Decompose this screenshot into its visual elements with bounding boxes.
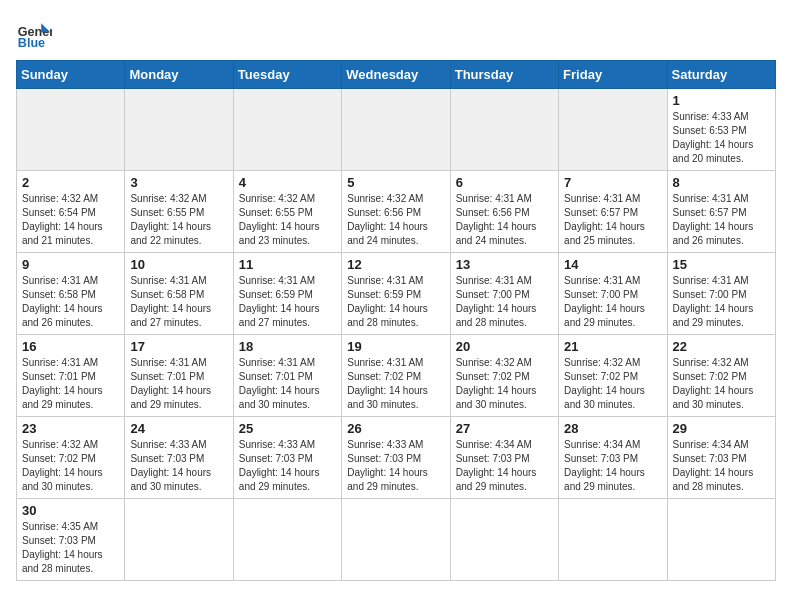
calendar-day-cell: 9Sunrise: 4:31 AM Sunset: 6:58 PM Daylig… — [17, 253, 125, 335]
day-info: Sunrise: 4:31 AM Sunset: 7:01 PM Dayligh… — [239, 356, 336, 412]
day-number: 3 — [130, 175, 227, 190]
calendar-week-row: 23Sunrise: 4:32 AM Sunset: 7:02 PM Dayli… — [17, 417, 776, 499]
calendar-day-cell — [125, 499, 233, 581]
day-number: 10 — [130, 257, 227, 272]
day-info: Sunrise: 4:33 AM Sunset: 7:03 PM Dayligh… — [239, 438, 336, 494]
calendar-day-cell: 27Sunrise: 4:34 AM Sunset: 7:03 PM Dayli… — [450, 417, 558, 499]
calendar-day-cell — [559, 89, 667, 171]
calendar-day-cell: 19Sunrise: 4:31 AM Sunset: 7:02 PM Dayli… — [342, 335, 450, 417]
day-info: Sunrise: 4:32 AM Sunset: 7:02 PM Dayligh… — [564, 356, 661, 412]
weekday-header-saturday: Saturday — [667, 61, 775, 89]
svg-text:Blue: Blue — [18, 36, 45, 50]
calendar-day-cell — [17, 89, 125, 171]
day-info: Sunrise: 4:32 AM Sunset: 7:02 PM Dayligh… — [456, 356, 553, 412]
day-number: 19 — [347, 339, 444, 354]
calendar-day-cell: 6Sunrise: 4:31 AM Sunset: 6:56 PM Daylig… — [450, 171, 558, 253]
day-info: Sunrise: 4:32 AM Sunset: 7:02 PM Dayligh… — [673, 356, 770, 412]
calendar-day-cell — [342, 499, 450, 581]
day-info: Sunrise: 4:35 AM Sunset: 7:03 PM Dayligh… — [22, 520, 119, 576]
day-number: 24 — [130, 421, 227, 436]
calendar-day-cell — [667, 499, 775, 581]
day-number: 23 — [22, 421, 119, 436]
day-number: 9 — [22, 257, 119, 272]
calendar-day-cell — [125, 89, 233, 171]
day-info: Sunrise: 4:32 AM Sunset: 6:54 PM Dayligh… — [22, 192, 119, 248]
calendar-day-cell: 17Sunrise: 4:31 AM Sunset: 7:01 PM Dayli… — [125, 335, 233, 417]
calendar-day-cell: 2Sunrise: 4:32 AM Sunset: 6:54 PM Daylig… — [17, 171, 125, 253]
calendar-day-cell: 7Sunrise: 4:31 AM Sunset: 6:57 PM Daylig… — [559, 171, 667, 253]
day-number: 22 — [673, 339, 770, 354]
day-number: 28 — [564, 421, 661, 436]
calendar-day-cell: 18Sunrise: 4:31 AM Sunset: 7:01 PM Dayli… — [233, 335, 341, 417]
logo: General Blue — [16, 16, 52, 52]
weekday-header-sunday: Sunday — [17, 61, 125, 89]
calendar-day-cell: 12Sunrise: 4:31 AM Sunset: 6:59 PM Dayli… — [342, 253, 450, 335]
calendar-week-row: 1Sunrise: 4:33 AM Sunset: 6:53 PM Daylig… — [17, 89, 776, 171]
day-number: 18 — [239, 339, 336, 354]
day-info: Sunrise: 4:31 AM Sunset: 6:59 PM Dayligh… — [239, 274, 336, 330]
calendar-day-cell: 11Sunrise: 4:31 AM Sunset: 6:59 PM Dayli… — [233, 253, 341, 335]
day-number: 6 — [456, 175, 553, 190]
day-number: 13 — [456, 257, 553, 272]
calendar-day-cell: 28Sunrise: 4:34 AM Sunset: 7:03 PM Dayli… — [559, 417, 667, 499]
day-info: Sunrise: 4:33 AM Sunset: 6:53 PM Dayligh… — [673, 110, 770, 166]
day-number: 14 — [564, 257, 661, 272]
calendar-day-cell — [342, 89, 450, 171]
calendar-day-cell — [450, 499, 558, 581]
day-number: 4 — [239, 175, 336, 190]
calendar-day-cell: 22Sunrise: 4:32 AM Sunset: 7:02 PM Dayli… — [667, 335, 775, 417]
calendar-week-row: 16Sunrise: 4:31 AM Sunset: 7:01 PM Dayli… — [17, 335, 776, 417]
day-number: 8 — [673, 175, 770, 190]
day-number: 21 — [564, 339, 661, 354]
day-number: 29 — [673, 421, 770, 436]
calendar-week-row: 9Sunrise: 4:31 AM Sunset: 6:58 PM Daylig… — [17, 253, 776, 335]
calendar-day-cell: 3Sunrise: 4:32 AM Sunset: 6:55 PM Daylig… — [125, 171, 233, 253]
day-number: 7 — [564, 175, 661, 190]
day-info: Sunrise: 4:33 AM Sunset: 7:03 PM Dayligh… — [347, 438, 444, 494]
day-info: Sunrise: 4:34 AM Sunset: 7:03 PM Dayligh… — [673, 438, 770, 494]
day-number: 2 — [22, 175, 119, 190]
day-number: 27 — [456, 421, 553, 436]
day-number: 11 — [239, 257, 336, 272]
calendar-day-cell: 25Sunrise: 4:33 AM Sunset: 7:03 PM Dayli… — [233, 417, 341, 499]
day-info: Sunrise: 4:32 AM Sunset: 6:56 PM Dayligh… — [347, 192, 444, 248]
day-info: Sunrise: 4:33 AM Sunset: 7:03 PM Dayligh… — [130, 438, 227, 494]
day-info: Sunrise: 4:32 AM Sunset: 7:02 PM Dayligh… — [22, 438, 119, 494]
day-info: Sunrise: 4:31 AM Sunset: 6:58 PM Dayligh… — [130, 274, 227, 330]
day-number: 20 — [456, 339, 553, 354]
calendar-week-row: 2Sunrise: 4:32 AM Sunset: 6:54 PM Daylig… — [17, 171, 776, 253]
weekday-header-friday: Friday — [559, 61, 667, 89]
calendar-day-cell — [233, 89, 341, 171]
calendar-table: SundayMondayTuesdayWednesdayThursdayFrid… — [16, 60, 776, 581]
day-info: Sunrise: 4:31 AM Sunset: 7:00 PM Dayligh… — [456, 274, 553, 330]
day-info: Sunrise: 4:31 AM Sunset: 6:57 PM Dayligh… — [564, 192, 661, 248]
day-info: Sunrise: 4:31 AM Sunset: 6:57 PM Dayligh… — [673, 192, 770, 248]
day-number: 16 — [22, 339, 119, 354]
day-number: 5 — [347, 175, 444, 190]
day-number: 15 — [673, 257, 770, 272]
day-info: Sunrise: 4:31 AM Sunset: 7:01 PM Dayligh… — [22, 356, 119, 412]
calendar-day-cell: 21Sunrise: 4:32 AM Sunset: 7:02 PM Dayli… — [559, 335, 667, 417]
calendar-day-cell: 15Sunrise: 4:31 AM Sunset: 7:00 PM Dayli… — [667, 253, 775, 335]
weekday-header-row: SundayMondayTuesdayWednesdayThursdayFrid… — [17, 61, 776, 89]
calendar-week-row: 30Sunrise: 4:35 AM Sunset: 7:03 PM Dayli… — [17, 499, 776, 581]
day-info: Sunrise: 4:31 AM Sunset: 6:59 PM Dayligh… — [347, 274, 444, 330]
calendar-day-cell: 8Sunrise: 4:31 AM Sunset: 6:57 PM Daylig… — [667, 171, 775, 253]
day-info: Sunrise: 4:34 AM Sunset: 7:03 PM Dayligh… — [564, 438, 661, 494]
weekday-header-wednesday: Wednesday — [342, 61, 450, 89]
day-number: 30 — [22, 503, 119, 518]
day-info: Sunrise: 4:34 AM Sunset: 7:03 PM Dayligh… — [456, 438, 553, 494]
calendar-day-cell: 5Sunrise: 4:32 AM Sunset: 6:56 PM Daylig… — [342, 171, 450, 253]
calendar-day-cell: 20Sunrise: 4:32 AM Sunset: 7:02 PM Dayli… — [450, 335, 558, 417]
calendar-day-cell: 10Sunrise: 4:31 AM Sunset: 6:58 PM Dayli… — [125, 253, 233, 335]
day-info: Sunrise: 4:31 AM Sunset: 6:58 PM Dayligh… — [22, 274, 119, 330]
weekday-header-monday: Monday — [125, 61, 233, 89]
calendar-day-cell: 29Sunrise: 4:34 AM Sunset: 7:03 PM Dayli… — [667, 417, 775, 499]
calendar-day-cell: 13Sunrise: 4:31 AM Sunset: 7:00 PM Dayli… — [450, 253, 558, 335]
calendar-day-cell: 1Sunrise: 4:33 AM Sunset: 6:53 PM Daylig… — [667, 89, 775, 171]
day-info: Sunrise: 4:31 AM Sunset: 7:02 PM Dayligh… — [347, 356, 444, 412]
day-info: Sunrise: 4:31 AM Sunset: 6:56 PM Dayligh… — [456, 192, 553, 248]
calendar-day-cell: 16Sunrise: 4:31 AM Sunset: 7:01 PM Dayli… — [17, 335, 125, 417]
calendar-day-cell: 26Sunrise: 4:33 AM Sunset: 7:03 PM Dayli… — [342, 417, 450, 499]
calendar-day-cell: 14Sunrise: 4:31 AM Sunset: 7:00 PM Dayli… — [559, 253, 667, 335]
